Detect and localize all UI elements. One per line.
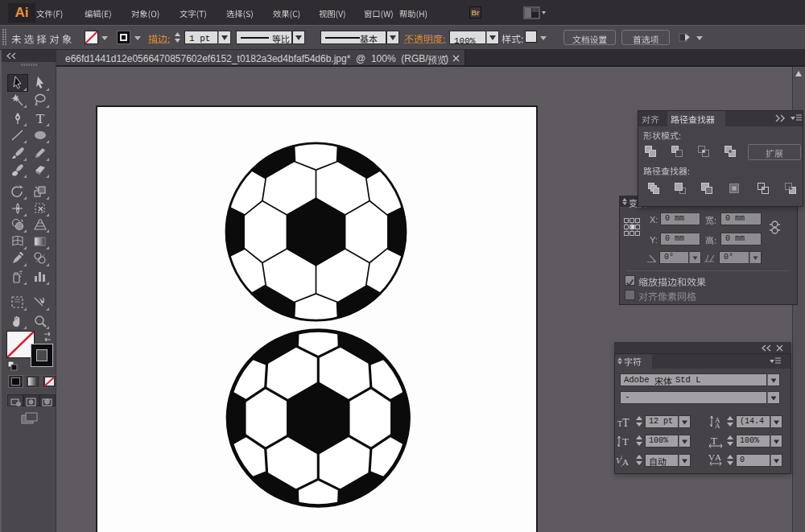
svg-text:A: A xyxy=(622,457,629,467)
svg-text:A: A xyxy=(715,422,720,429)
svg-text:T: T xyxy=(36,111,45,126)
svg-text:T: T xyxy=(622,417,630,428)
svg-text:A: A xyxy=(715,452,721,462)
svg-text:V: V xyxy=(708,452,715,462)
svg-text:T: T xyxy=(711,435,717,447)
svg-text:T: T xyxy=(622,435,629,447)
